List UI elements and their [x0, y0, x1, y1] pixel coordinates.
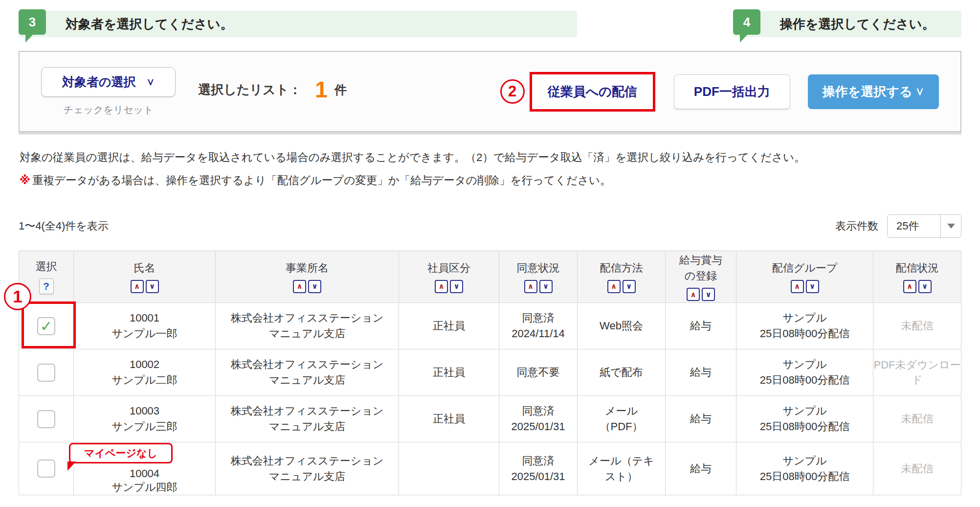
method-cell: 紙で配布 — [578, 349, 666, 396]
step-3-label: 対象者を選択してください。 — [66, 16, 233, 33]
pdf-batch-export-button[interactable]: PDF一括出力 — [674, 74, 790, 109]
office-cell: 株式会社オフィスステーション マニュアル支店 — [216, 303, 399, 349]
sort-asc-icon[interactable]: ∧ — [524, 280, 537, 293]
toolbar-actions: 2 従業員への配信 PDF一括出力 操作を選択する ∨ — [500, 72, 939, 112]
consent-cell: 同意済 2024/11/14 — [499, 303, 578, 349]
sort-desc-icon[interactable]: ∨ — [918, 280, 932, 293]
sort-desc-icon[interactable]: ∨ — [539, 280, 553, 293]
emp-type-cell: 正社員 — [399, 396, 499, 442]
consent-status: 同意済 — [499, 453, 577, 469]
no-mypage-badge-label: マイページなし — [84, 447, 157, 459]
payroll-cell: 給与 — [666, 442, 736, 495]
group-name: サンプル — [736, 403, 873, 419]
select-cell — [19, 349, 74, 396]
name-cell: マイページなし 10004 サンプル四郎 — [74, 442, 216, 495]
name-cell: 10002 サンプル二郎 — [74, 349, 216, 396]
table-row: 10002 サンプル二郎 株式会社オフィスステーション マニュアル支店 正社員 … — [19, 349, 961, 396]
sort-desc-icon[interactable]: ∨ — [623, 280, 636, 293]
consent-date: 2025/01/31 — [499, 469, 577, 484]
sort-asc-icon[interactable]: ∧ — [791, 280, 804, 293]
payroll-cell: 給与 — [666, 396, 736, 442]
sort-asc-icon[interactable]: ∧ — [687, 288, 700, 301]
page-size-select[interactable]: 25件 — [887, 214, 961, 238]
consent-status: 同意済 — [499, 310, 577, 326]
table-header-row: 選択 ? 氏名 ∧∨ 事業所名 ∧∨ — [19, 251, 961, 303]
select-cell: ✓ — [19, 303, 74, 349]
group-name: サンプル — [736, 357, 873, 372]
employee-table: 選択 ? 氏名 ∧∨ 事業所名 ∧∨ — [19, 251, 961, 495]
office-name: 株式会社オフィスステーション マニュアル支店 — [216, 310, 399, 342]
row-checkbox[interactable] — [37, 364, 55, 382]
col-header-status: 配信状況 ∧∨ — [873, 251, 961, 303]
selection-toolbar: 対象者の選択 ∨ チェックをリセット 選択したリスト： 1 件 2 従業員への配… — [19, 51, 961, 132]
group-schedule: 25日08時00分配信 — [736, 326, 873, 342]
col-header-emp-type-label: 社員区分 — [427, 261, 470, 276]
bubble-pointer-icon — [67, 461, 76, 471]
page-size-arrow-zone[interactable] — [940, 215, 961, 237]
table-row: ✓ 10001 サンプル一郎 株式会社オフィスステーション マニュアル支店 正社… — [19, 303, 961, 349]
name-cell: 10003 サンプル三郎 — [74, 396, 216, 442]
select-cell — [19, 442, 74, 495]
row-checkbox-checked[interactable]: ✓ — [37, 317, 55, 335]
emp-type-cell — [399, 442, 499, 495]
page-size-control: 表示件数 25件 — [835, 214, 961, 238]
chevron-down-icon: ∨ — [915, 84, 924, 99]
sort-desc-icon[interactable]: ∨ — [702, 288, 715, 301]
annotation-circle-2: 2 — [500, 79, 525, 104]
consent-cell: 同意不要 — [499, 349, 578, 396]
payroll-cell: 給与 — [666, 349, 736, 396]
reset-check-link[interactable]: チェックをリセット — [64, 103, 154, 116]
consent-status: 同意不要 — [499, 365, 577, 380]
distribute-to-employees-button[interactable]: 従業員への配信 — [530, 72, 655, 112]
method-cell: メール（テキスト） — [578, 442, 666, 495]
target-select-button[interactable]: 対象者の選択 ∨ — [41, 67, 176, 97]
target-select-group: 対象者の選択 ∨ チェックをリセット — [41, 67, 176, 116]
row-checkbox[interactable] — [37, 410, 55, 428]
selected-list-label: 選択したリスト： — [198, 81, 301, 98]
group-cell: サンプル 25日08時00分配信 — [736, 396, 873, 442]
col-header-select-label: 選択 — [36, 259, 57, 274]
col-header-status-label: 配信状況 — [896, 261, 939, 276]
col-header-method-label: 配信方法 — [600, 261, 643, 276]
sort-desc-icon[interactable]: ∨ — [450, 280, 463, 293]
sort-asc-icon[interactable]: ∧ — [131, 280, 144, 293]
group-schedule: 25日08時00分配信 — [736, 469, 873, 484]
group-schedule: 25日08時00分配信 — [736, 419, 873, 435]
col-header-payroll: 給与賞与の登録 ∧∨ — [666, 251, 736, 303]
employee-name: サンプル三郎 — [74, 419, 215, 435]
col-header-group-label: 配信グループ — [772, 261, 838, 276]
help-icon[interactable]: ? — [39, 278, 54, 294]
row-checkbox[interactable] — [37, 460, 55, 478]
sort-desc-icon[interactable]: ∨ — [308, 280, 321, 293]
office-cell: 株式会社オフィスステーション マニュアル支店 — [216, 349, 399, 396]
sort-asc-icon[interactable]: ∧ — [607, 280, 621, 293]
emp-type-cell: 正社員 — [399, 349, 499, 396]
selected-count-value: 1 — [315, 76, 328, 103]
status-cell: 未配信 — [873, 442, 961, 495]
sort-asc-icon[interactable]: ∧ — [903, 280, 916, 293]
office-name: 株式会社オフィスステーション マニュアル支店 — [216, 403, 399, 435]
consent-cell: 同意済 2025/01/31 — [499, 442, 578, 495]
step-4-badge: 4 — [733, 9, 760, 35]
method-cell: メール（PDF） — [578, 396, 666, 442]
col-header-method: 配信方法 ∧∨ — [578, 251, 666, 303]
select-operation-button-label: 操作を選択する — [823, 83, 913, 100]
select-operation-button[interactable]: 操作を選択する ∨ — [808, 74, 939, 109]
sort-desc-icon[interactable]: ∨ — [146, 280, 159, 293]
office-cell: 株式会社オフィスステーション マニュアル支店 — [216, 396, 399, 442]
sort-asc-icon[interactable]: ∧ — [435, 280, 448, 293]
step-4-badge-pointer-icon — [740, 35, 747, 43]
col-header-consent: 同意状況 ∧∨ — [499, 251, 578, 303]
sort-desc-icon[interactable]: ∨ — [806, 280, 819, 293]
dropdown-arrow-icon — [947, 224, 955, 229]
page-size-value: 25件 — [888, 219, 940, 233]
list-controls: 1〜4(全4)件を表示 表示件数 25件 — [19, 214, 961, 238]
delivery-method: メール（テキスト） — [578, 453, 665, 484]
group-name: サンプル — [736, 453, 873, 469]
sort-asc-icon[interactable]: ∧ — [293, 280, 306, 293]
consent-status: 同意済 — [499, 403, 577, 419]
delivery-method: Web照会 — [578, 318, 665, 334]
note-line-2-text: 重複データがある場合は、操作を選択するより「配信グループの変更」か「給与データの… — [32, 174, 611, 186]
name-cell: 10001 サンプル一郎 — [74, 303, 216, 349]
table-row: マイページなし 10004 サンプル四郎 株式会社オフィスステーション マニュア… — [19, 442, 961, 495]
